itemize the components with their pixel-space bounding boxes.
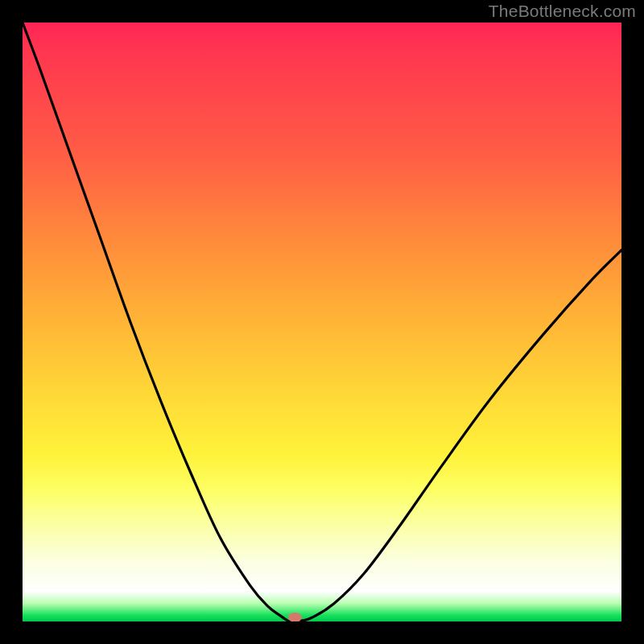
plot-area xyxy=(23,23,621,621)
bottleneck-curve xyxy=(23,23,621,621)
chart-frame: TheBottleneck.com xyxy=(0,0,644,644)
watermark-text: TheBottleneck.com xyxy=(489,2,636,21)
minimum-marker xyxy=(288,613,302,621)
